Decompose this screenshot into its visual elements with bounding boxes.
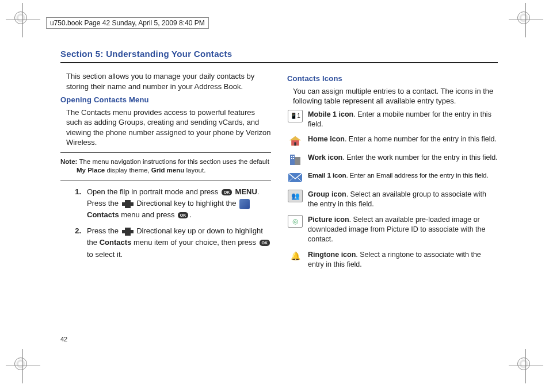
svg-rect-5 bbox=[291, 156, 292, 157]
page-content: Section 5: Understanding Your Contacts T… bbox=[60, 49, 498, 275]
icon-row-group: Group icon. Select an available group to… bbox=[287, 190, 498, 209]
icon-row-picture: Picture icon. Select an available pre-lo… bbox=[287, 215, 498, 244]
work-icon bbox=[289, 153, 302, 165]
ringtone-icon bbox=[288, 251, 302, 262]
picture-icon bbox=[288, 215, 303, 228]
ok-icon: OK bbox=[178, 212, 188, 218]
header-stamp: u750.book Page 42 Sunday, April 5, 2009 … bbox=[46, 17, 209, 29]
svg-rect-7 bbox=[291, 158, 292, 159]
step-2-num: 2. bbox=[66, 225, 87, 260]
step-1-text: Open the flip in portrait mode and press… bbox=[87, 186, 271, 221]
icon-row-mobile: 📱1 Mobile 1 icon. Enter a mobile number … bbox=[287, 110, 498, 129]
opening-contacts-body: The Contacts menu provides access to pow… bbox=[60, 107, 271, 148]
group-icon bbox=[288, 190, 303, 202]
ok-icon: OK bbox=[222, 189, 232, 195]
icon-row-email: Email 1 icon. Enter an Email address for… bbox=[287, 171, 498, 184]
icon-row-work: Work icon. Enter the work number for the… bbox=[287, 153, 498, 166]
icon-row-ringtone: Ringtone icon. Select a ringtone to asso… bbox=[287, 250, 498, 270]
step-2: 2. Press the Directional key up or down … bbox=[66, 225, 271, 260]
email-icon bbox=[288, 173, 302, 182]
right-column: Contacts Icons You can assign multiple e… bbox=[287, 71, 498, 275]
mobile-icon: 📱1 bbox=[288, 110, 303, 122]
step-list: 1. Open the flip in portrait mode and pr… bbox=[60, 186, 271, 260]
dpad-icon bbox=[122, 228, 134, 236]
note-text-e: layout. bbox=[184, 167, 205, 174]
step-1: 1. Open the flip in portrait mode and pr… bbox=[66, 186, 271, 221]
section-title: Section 5: Understanding Your Contacts bbox=[60, 49, 498, 59]
note-rule-top bbox=[60, 152, 271, 153]
note-text-a: The menu navigation instructions for thi… bbox=[77, 158, 269, 165]
svg-rect-8 bbox=[293, 158, 294, 159]
svg-rect-6 bbox=[293, 156, 294, 157]
note-text-c: display theme, bbox=[105, 167, 151, 174]
dpad-icon bbox=[122, 200, 134, 208]
svg-rect-4 bbox=[295, 157, 300, 165]
note-myplace: My Place bbox=[77, 167, 105, 174]
note-block: Note: The menu navigation instructions f… bbox=[60, 157, 271, 175]
svg-rect-2 bbox=[294, 143, 296, 146]
opening-contacts-heading: Opening Contacts Menu bbox=[60, 95, 271, 105]
page-number: 42 bbox=[60, 336, 67, 343]
note-rule-bottom bbox=[60, 180, 271, 180]
note-label: Note: bbox=[60, 158, 77, 165]
note-gridmenu: Grid menu bbox=[151, 167, 185, 174]
home-icon bbox=[289, 136, 301, 146]
contacts-icons-intro: You can assign multiple entries to a con… bbox=[287, 86, 498, 106]
step-1-num: 1. bbox=[66, 186, 87, 221]
contacts-icons-heading: Contacts Icons bbox=[287, 74, 498, 84]
contacts-app-icon bbox=[239, 199, 250, 209]
title-rule bbox=[60, 62, 498, 63]
step-2-text: Press the Directional key up or down to … bbox=[87, 225, 271, 260]
ok-icon: OK bbox=[260, 240, 270, 246]
left-column: This section allows you to manage your d… bbox=[60, 71, 271, 275]
icon-row-home: Home icon. Enter a home number for the e… bbox=[287, 134, 498, 147]
section-intro: This section allows you to manage your d… bbox=[60, 71, 271, 91]
